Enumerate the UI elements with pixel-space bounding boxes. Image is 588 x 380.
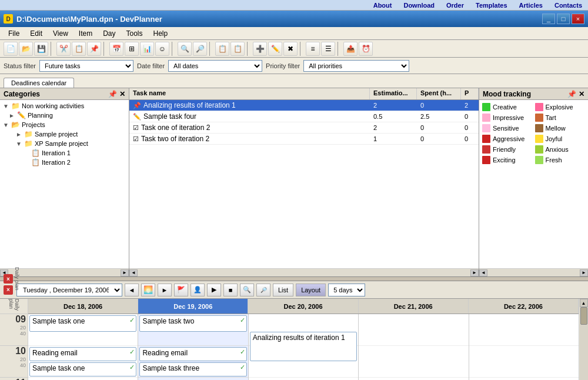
tb-open[interactable]: 📂 — [19, 42, 33, 56]
tree-item-xp-sample[interactable]: ▼ 📁 XP Sample project — [1, 139, 128, 148]
cal-play-btn[interactable]: ▶ — [207, 284, 221, 296]
task-scroll-right[interactable]: ► — [470, 269, 479, 276]
mood-pin-icon[interactable]: 📌 — [567, 90, 576, 98]
close-button[interactable]: × — [572, 14, 584, 24]
cal-days-select[interactable]: 5 days — [328, 284, 365, 296]
col-priority[interactable]: P — [461, 88, 479, 99]
cal-task-block[interactable]: Sample task two ✓ — [139, 315, 246, 332]
minimize-button[interactable]: _ — [542, 14, 555, 24]
panel-splitter[interactable]: × Daily plan — [0, 276, 588, 281]
cal-task-block[interactable]: Reading email ✓ — [29, 347, 136, 361]
nav-templates[interactable]: Templates — [476, 2, 507, 9]
mood-friendly[interactable]: Friendly — [482, 145, 533, 154]
mood-sensitive[interactable]: Sensitive — [482, 124, 533, 133]
tb-grid[interactable]: ⊞ — [125, 42, 139, 56]
tb-new[interactable]: 📄 — [4, 42, 18, 56]
task-scroll-left[interactable]: ◄ — [129, 269, 138, 276]
day-header-dec20[interactable]: Dec 20, 2006 — [248, 299, 358, 314]
col-spent[interactable]: Spent (h... — [417, 88, 461, 99]
tb-search2[interactable]: 🔎 — [193, 42, 207, 56]
tb-chart[interactable]: 📊 — [140, 42, 154, 56]
cal-zoom-in-btn[interactable]: 🔍 — [240, 284, 254, 296]
tree-item-iteration1[interactable]: 📋 Iteration 1 — [1, 148, 128, 158]
mood-fresh[interactable]: Fresh — [534, 155, 586, 165]
mood-joyful[interactable]: Joyful — [534, 134, 586, 144]
mood-close-icon[interactable]: ✕ — [579, 90, 584, 98]
tb-alarm[interactable]: ⏰ — [359, 42, 373, 56]
scroll-up-button[interactable]: ▲ — [580, 299, 588, 307]
cal-flag-btn[interactable]: 🚩 — [174, 284, 188, 296]
mood-impressive[interactable]: Impressive — [482, 113, 533, 122]
tree-item-planning[interactable]: ► ✏️ Planning — [1, 111, 128, 120]
nav-download[interactable]: Download — [403, 2, 435, 9]
scroll-track[interactable] — [580, 307, 588, 380]
tb-list2[interactable]: ☰ — [321, 42, 335, 56]
cal-task-block[interactable]: Sample task one ✓ — [29, 315, 136, 332]
nav-contacts[interactable]: Contacts — [554, 2, 582, 9]
date-filter-select[interactable]: All dates — [168, 60, 262, 72]
menu-tools[interactable]: Tools — [122, 28, 148, 39]
menu-file[interactable]: File — [4, 28, 24, 39]
cal-list-btn[interactable]: List — [273, 284, 293, 296]
mood-exciting[interactable]: Exciting — [482, 155, 533, 165]
tb-calendar[interactable]: 📅 — [109, 42, 123, 56]
tree-item-sample-project[interactable]: ► 📁 Sample project — [1, 129, 128, 139]
cal-sunrise-btn[interactable]: 🌅 — [141, 284, 155, 296]
cal-task-reading[interactable]: Reading email ✓ — [139, 347, 246, 361]
tb-cut[interactable]: ✂️ — [56, 42, 71, 56]
day-header-dec22[interactable]: Dec 22, 2006 — [469, 299, 579, 314]
tree-item-projects[interactable]: ▼ 📂 Projects — [1, 120, 128, 129]
tb-delete[interactable]: ✖ — [283, 42, 298, 56]
categories-pin-icon[interactable]: 📌 — [108, 90, 117, 98]
day-header-dec18[interactable]: Dec 18, 2006 — [28, 299, 138, 314]
table-row[interactable]: ☑ Task one of iteration 2 2 0 0 — [129, 122, 479, 134]
mood-tart[interactable]: Tart — [534, 113, 586, 122]
tb-copy[interactable]: 📋 — [72, 42, 86, 56]
nav-order[interactable]: Order — [446, 2, 464, 9]
cal-layout-btn[interactable]: Layout — [296, 284, 326, 296]
menu-item[interactable]: Item — [74, 28, 97, 39]
mood-scroll-right[interactable]: ► — [580, 269, 588, 276]
cal-task-three[interactable]: Sample task three ✓ — [139, 362, 246, 376]
maximize-button[interactable]: □ — [557, 14, 570, 24]
menu-edit[interactable]: Edit — [25, 28, 47, 39]
col-estimation[interactable]: Estimatio... — [370, 88, 417, 99]
nav-about[interactable]: About — [373, 2, 392, 9]
cal-next-btn[interactable]: ► — [158, 284, 172, 296]
status-filter-select[interactable]: Future tasks — [39, 60, 133, 72]
table-row[interactable]: ✏️ Sample task four 0.5 2.5 0 — [129, 111, 479, 122]
tree-item-iteration2[interactable]: 📋 Iteration 2 — [1, 158, 128, 167]
menu-day[interactable]: Day — [98, 28, 120, 39]
tb-add[interactable]: ➕ — [253, 42, 267, 56]
mood-mellow[interactable]: Mellow — [534, 124, 586, 133]
table-row[interactable]: 📌 Analizing results of iteration 1 2 0 2 — [129, 100, 479, 111]
menu-view[interactable]: View — [48, 28, 73, 39]
tb-face[interactable]: ☺ — [155, 42, 169, 56]
categories-close-icon[interactable]: ✕ — [119, 90, 125, 98]
cal-task-block[interactable]: Sample task one ✓ — [29, 362, 136, 376]
table-row[interactable]: ☑ Task two of iteration 2 1 0 0 — [129, 134, 479, 145]
tb-search[interactable]: 🔍 — [178, 42, 192, 56]
tree-item-nonworking[interactable]: ▼ 📁 Non working activities — [1, 101, 128, 111]
cal-date-selector[interactable]: Tuesday , December 19, 2006 — [16, 284, 122, 296]
cal-prev-btn[interactable]: ◄ — [125, 284, 139, 296]
day-header-dec19[interactable]: Dec 19, 2006 — [138, 299, 248, 314]
mood-anxious[interactable]: Anxious — [534, 145, 586, 154]
tb-task1[interactable]: 📋 — [215, 42, 229, 56]
calendar-close-button[interactable]: × — [4, 274, 13, 284]
tb-export[interactable]: 📤 — [343, 42, 358, 56]
priority-filter-select[interactable]: All priorities — [303, 60, 409, 72]
cal-task-analizing[interactable]: Analizing results of iteration 1 — [250, 332, 357, 361]
mood-aggressive[interactable]: Aggressive — [482, 134, 533, 144]
cal-zoom-out-btn[interactable]: 🔎 — [256, 284, 270, 296]
menu-help[interactable]: Help — [149, 28, 173, 39]
tb-paste[interactable]: 📌 — [87, 42, 101, 56]
mood-creative[interactable]: Creative — [482, 102, 533, 112]
cat-scroll-right[interactable]: ► — [121, 269, 129, 276]
tb-task2[interactable]: 📋 — [230, 42, 245, 56]
day-header-dec21[interactable]: Dec 21, 2006 — [359, 299, 469, 314]
tb-list1[interactable]: ≡ — [306, 42, 320, 56]
tb-edit[interactable]: ✏️ — [268, 42, 282, 56]
tb-save[interactable]: 💾 — [34, 42, 48, 56]
mood-scroll-left[interactable]: ◄ — [479, 269, 487, 276]
